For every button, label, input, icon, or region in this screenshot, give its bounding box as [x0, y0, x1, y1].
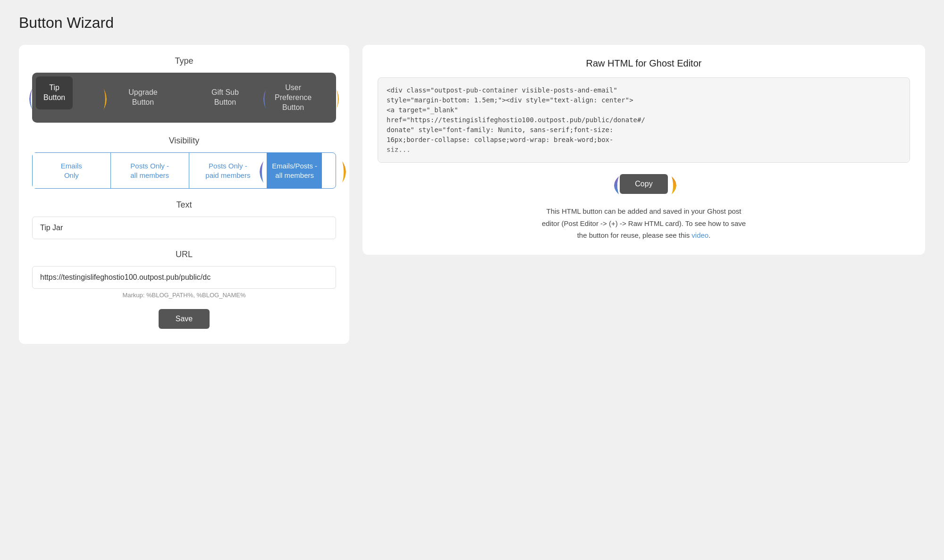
vis-btn-posts-all[interactable]: Posts Only -all members — [111, 153, 189, 188]
url-section: URL Markup: %BLOG_PATH%, %BLOG_NAME% — [32, 250, 336, 299]
save-section: Save — [32, 309, 336, 329]
instructions-line1: This HTML button can be added and saved … — [542, 207, 746, 239]
instructions-period: . — [708, 231, 710, 239]
markup-hint: Markup: %BLOG_PATH%, %BLOG_NAME% — [32, 292, 336, 299]
visibility-section: Visibility EmailsOnly Posts Only -all me… — [32, 136, 336, 189]
user-pref-btn-wrapper: UserPreferenceButton — [267, 76, 332, 119]
html-code-text: <div class="outpost-pub-container visibl… — [387, 86, 645, 153]
type-btn-gift[interactable]: Gift SubButton — [185, 76, 265, 119]
visibility-section-label: Visibility — [32, 136, 336, 146]
tip-btn-wrapper: TipButton — [36, 76, 101, 119]
text-section: Text — [32, 200, 336, 239]
type-section-label: Type — [32, 56, 336, 66]
url-input[interactable] — [32, 266, 336, 289]
type-btn-user-pref[interactable]: UserPreferenceButton — [267, 76, 319, 119]
vis-btn-emails-posts-all[interactable]: Emails/Posts -all members — [267, 153, 322, 188]
copy-button[interactable]: Copy — [620, 174, 667, 194]
url-section-label: URL — [32, 250, 336, 259]
text-input[interactable] — [32, 217, 336, 239]
html-code-box: <div class="outpost-pub-container visibl… — [378, 77, 910, 163]
visibility-grid: EmailsOnly Posts Only -all members Posts… — [32, 152, 336, 189]
type-grid: TipButton UpgradeButton Gift SubButton U… — [32, 73, 336, 123]
instructions-text: This HTML button can be added and saved … — [378, 205, 910, 242]
left-panel: Type TipButton UpgradeButton Gift SubBut… — [19, 45, 349, 344]
copy-btn-wrapper: Copy — [620, 174, 667, 194]
right-panel: Raw HTML for Ghost Editor <div class="ou… — [362, 45, 925, 255]
copy-section: Copy — [378, 174, 910, 194]
video-link[interactable]: video — [691, 231, 708, 239]
vis-btn-emails-only[interactable]: EmailsOnly — [33, 153, 111, 188]
main-layout: Type TipButton UpgradeButton Gift SubBut… — [19, 45, 925, 344]
type-btn-tip[interactable]: TipButton — [36, 76, 73, 109]
vis-btn-posts-paid[interactable]: Posts Only -paid members — [189, 153, 268, 188]
save-button[interactable]: Save — [159, 309, 210, 329]
right-panel-title: Raw HTML for Ghost Editor — [378, 58, 910, 69]
vis-btn-emails-posts-wrapper: Emails/Posts -all members — [267, 153, 336, 188]
text-section-label: Text — [32, 200, 336, 210]
type-btn-upgrade[interactable]: UpgradeButton — [103, 76, 183, 119]
page-title: Button Wizard — [19, 14, 925, 32]
